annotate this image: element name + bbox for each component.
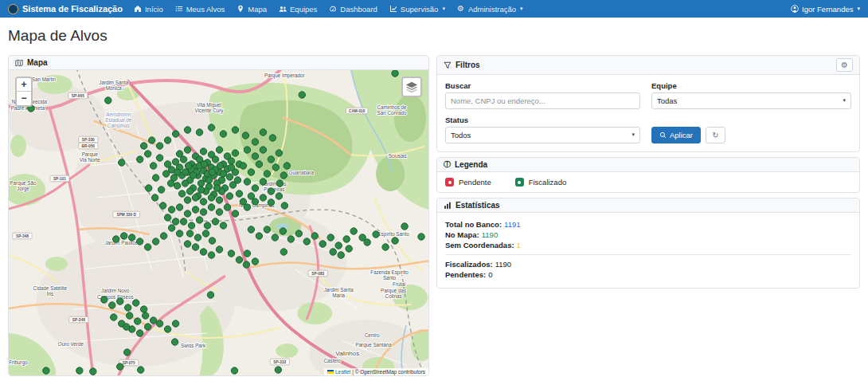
target-marker[interactable] <box>121 233 127 239</box>
target-marker[interactable] <box>123 324 130 330</box>
target-marker[interactable] <box>204 222 210 229</box>
nav-item-mapa[interactable]: Mapa <box>237 5 267 14</box>
target-marker[interactable] <box>252 153 258 159</box>
target-marker[interactable] <box>90 368 96 375</box>
target-marker[interactable] <box>178 191 185 197</box>
target-marker[interactable] <box>256 161 262 167</box>
target-marker[interactable] <box>150 317 156 324</box>
target-marker[interactable] <box>260 194 266 201</box>
target-marker[interactable] <box>232 210 238 217</box>
target-marker[interactable] <box>129 234 135 241</box>
target-marker[interactable] <box>205 177 212 183</box>
target-marker[interactable] <box>220 131 226 137</box>
target-marker[interactable] <box>212 156 218 163</box>
zoom-in-button[interactable]: + <box>17 78 31 92</box>
target-marker[interactable] <box>418 234 424 240</box>
target-marker[interactable] <box>156 155 162 161</box>
target-marker[interactable] <box>125 304 131 311</box>
search-input[interactable] <box>445 92 640 109</box>
target-marker[interactable] <box>137 367 143 373</box>
target-marker[interactable] <box>200 209 206 215</box>
target-marker[interactable] <box>174 169 180 175</box>
target-marker[interactable] <box>184 197 190 203</box>
target-marker[interactable] <box>190 172 196 179</box>
target-marker[interactable] <box>335 242 342 249</box>
target-marker[interactable] <box>184 127 190 133</box>
target-marker[interactable] <box>164 161 170 167</box>
target-marker[interactable] <box>144 151 151 157</box>
target-marker[interactable] <box>184 210 190 217</box>
target-marker[interactable] <box>117 298 123 304</box>
target-marker[interactable] <box>136 238 143 245</box>
target-marker[interactable] <box>330 249 336 255</box>
target-marker[interactable] <box>160 233 166 239</box>
target-marker[interactable] <box>276 193 282 199</box>
target-marker[interactable] <box>184 147 190 153</box>
target-marker[interactable] <box>109 302 115 308</box>
target-marker[interactable] <box>101 297 108 303</box>
target-marker[interactable] <box>150 163 156 169</box>
nav-item-administracao[interactable]: ⚙Administração▾ <box>457 5 523 14</box>
target-marker[interactable] <box>200 249 206 255</box>
target-marker[interactable] <box>243 261 249 268</box>
target-marker[interactable] <box>226 174 233 180</box>
target-marker[interactable] <box>252 185 258 191</box>
target-marker[interactable] <box>162 171 169 177</box>
target-marker[interactable] <box>207 292 213 298</box>
target-marker[interactable] <box>240 163 246 169</box>
target-marker[interactable] <box>164 137 170 143</box>
target-marker[interactable] <box>311 233 318 239</box>
target-marker[interactable] <box>244 250 250 257</box>
target-marker[interactable] <box>275 367 281 373</box>
target-marker[interactable] <box>188 222 194 229</box>
target-marker[interactable] <box>156 143 162 149</box>
target-marker[interactable] <box>200 198 206 205</box>
target-marker[interactable] <box>248 169 254 175</box>
nav-item-equipes[interactable]: Equipes <box>279 5 317 14</box>
nav-item-inicio[interactable]: Início <box>134 5 163 14</box>
target-marker[interactable] <box>180 218 186 225</box>
target-marker[interactable] <box>208 204 214 210</box>
target-marker[interactable] <box>252 198 258 205</box>
target-marker[interactable] <box>182 180 188 187</box>
target-marker[interactable] <box>244 147 250 153</box>
leaflet-link[interactable]: Leaflet <box>335 369 351 375</box>
target-marker[interactable] <box>167 180 174 187</box>
target-marker[interactable] <box>164 214 170 221</box>
target-marker[interactable] <box>192 244 198 250</box>
target-marker[interactable] <box>212 218 218 225</box>
target-marker[interactable] <box>242 132 248 139</box>
target-marker[interactable] <box>220 171 226 177</box>
target-marker[interactable] <box>327 234 334 241</box>
target-marker[interactable] <box>176 230 182 237</box>
target-marker[interactable] <box>168 225 174 231</box>
target-marker[interactable] <box>76 367 83 374</box>
team-select[interactable]: Todas <box>651 92 851 109</box>
target-marker[interactable] <box>392 70 398 77</box>
target-marker[interactable] <box>232 127 238 133</box>
target-marker[interactable] <box>209 169 215 175</box>
target-marker[interactable] <box>105 97 111 104</box>
target-marker[interactable] <box>124 349 131 356</box>
target-marker[interactable] <box>260 179 266 185</box>
target-marker[interactable] <box>401 223 408 230</box>
target-marker[interactable] <box>252 258 258 265</box>
target-marker[interactable] <box>172 320 178 327</box>
target-marker[interactable] <box>373 231 379 238</box>
target-marker[interactable] <box>269 135 276 141</box>
target-marker[interactable] <box>152 238 158 245</box>
target-marker[interactable] <box>228 158 234 164</box>
target-marker[interactable] <box>136 156 143 163</box>
target-marker[interactable] <box>226 193 233 199</box>
target-marker[interactable] <box>319 241 326 247</box>
target-marker[interactable] <box>200 148 206 155</box>
target-marker[interactable] <box>185 163 191 169</box>
target-marker[interactable] <box>217 163 223 169</box>
target-marker[interactable] <box>346 246 352 252</box>
target-marker[interactable] <box>272 234 278 241</box>
zoom-out-button[interactable]: − <box>17 92 31 105</box>
target-marker[interactable] <box>268 199 274 206</box>
target-marker[interactable] <box>213 185 220 191</box>
target-marker[interactable] <box>338 252 344 258</box>
target-marker[interactable] <box>194 234 201 241</box>
